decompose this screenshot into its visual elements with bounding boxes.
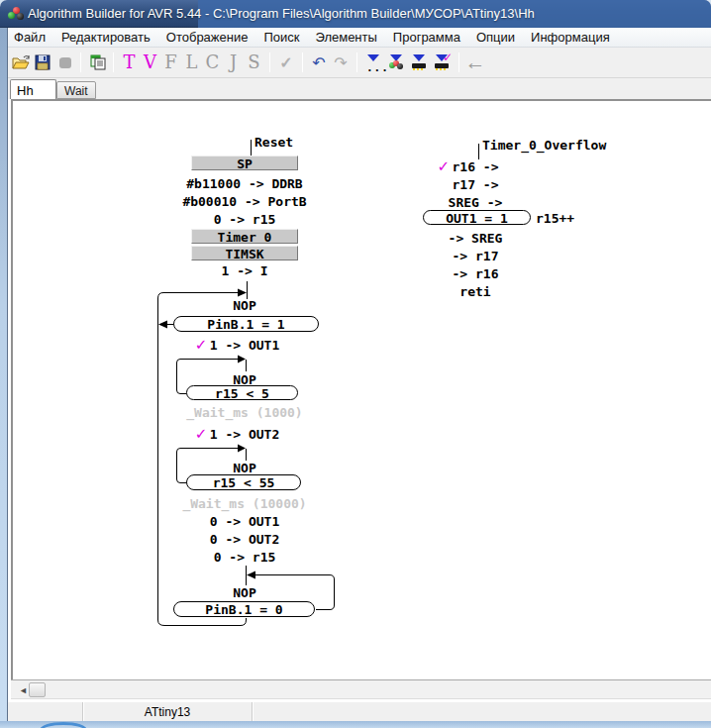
scrollbar-thumb[interactable] bbox=[29, 682, 46, 697]
flow-box-timsk[interactable]: TIMSK bbox=[191, 246, 298, 260]
flow-text-reti[interactable]: reti bbox=[459, 285, 490, 298]
element-text-button[interactable]: T bbox=[119, 51, 140, 74]
blue-triangle-icon bbox=[367, 54, 379, 61]
flow-text-wait-ms-1000[interactable]: _Wait_ms (1000) bbox=[186, 406, 302, 419]
breakpoint-check-icon: ✓ bbox=[195, 336, 208, 354]
flow-text-nop[interactable]: NOP bbox=[233, 462, 255, 474]
flow-text-nop[interactable]: NOP bbox=[233, 586, 255, 599]
flow-text[interactable]: 0 -> r15 bbox=[214, 213, 276, 226]
flow-box-sp[interactable]: SP bbox=[191, 156, 298, 170]
flow-text-out1[interactable]: ✓1 -> OUT1 bbox=[210, 339, 279, 352]
window-border-bottom bbox=[0, 721, 711, 728]
breakpoint-check-icon: ✓ bbox=[195, 425, 208, 443]
disabled-tool-button bbox=[53, 51, 75, 74]
flow-condition-out1-eq-1[interactable]: OUT1 = 1 bbox=[423, 210, 531, 225]
title-bar[interactable]: Algorithm Builder for AVR 5.44 - C:\Prog… bbox=[0, 0, 711, 28]
window-border-left bbox=[0, 28, 8, 721]
toolbar-separator bbox=[356, 52, 357, 72]
toolbar: T V F L C J S ✓ ↶ ↷ ... ✓ bbox=[0, 48, 711, 78]
flow-text-nop[interactable]: NOP bbox=[233, 299, 255, 312]
algorithm-canvas[interactable] bbox=[13, 101, 711, 679]
window-title-path: C:\Program Files\Algorithm Builder\МУСОР… bbox=[213, 6, 535, 21]
flow-text[interactable]: SREG -> bbox=[449, 196, 503, 209]
flow-condition-r15-lt-55[interactable]: r15 < 55 bbox=[186, 474, 301, 490]
element-label-button: L bbox=[181, 51, 202, 74]
menu-info[interactable]: Информация bbox=[523, 28, 618, 47]
flow-text[interactable]: #b11000 -> DDRB bbox=[186, 177, 302, 190]
flow-text[interactable]: 0 -> OUT2 bbox=[210, 533, 279, 546]
status-panel-device: ATtiny13 bbox=[83, 702, 253, 721]
flow-text[interactable]: -> r17 bbox=[453, 250, 499, 262]
redo-button: ↷ bbox=[330, 51, 352, 74]
status-panel-3 bbox=[253, 702, 711, 721]
flow-text-wait-ms-10000[interactable]: _Wait_ms (10000) bbox=[182, 497, 306, 510]
toolbar-separator bbox=[113, 52, 114, 72]
blue-triangle-icon bbox=[413, 54, 425, 61]
tab-hh[interactable]: Hh bbox=[10, 79, 56, 99]
app-icon-green-ball bbox=[8, 12, 15, 19]
flow-text[interactable]: 0 -> OUT1 bbox=[210, 515, 279, 528]
flow-text[interactable]: -> SREG bbox=[449, 232, 503, 245]
toolbar-separator bbox=[269, 52, 270, 72]
flow-text[interactable]: 1 -> I bbox=[222, 264, 268, 277]
tab-strip: Hh Wait bbox=[0, 78, 711, 99]
apply-check-button: ✓ bbox=[275, 51, 297, 74]
menu-elements[interactable]: Элементы bbox=[307, 28, 384, 47]
undo-button[interactable]: ↶ bbox=[308, 51, 330, 74]
tab-wait[interactable]: Wait bbox=[56, 81, 96, 99]
copy-pages-icon bbox=[89, 54, 106, 70]
toolbar-separator bbox=[80, 52, 81, 72]
element-jump-button: J bbox=[223, 51, 244, 74]
menu-program[interactable]: Программа bbox=[385, 28, 468, 47]
save-file-button[interactable] bbox=[32, 51, 53, 74]
compile-button[interactable] bbox=[387, 53, 406, 71]
scroll-left-arrow-icon[interactable]: ◄ bbox=[19, 685, 28, 695]
open-folder-icon bbox=[12, 54, 31, 70]
flow-text[interactable]: r17 -> bbox=[453, 178, 499, 191]
magenta-check-icon: ✓ bbox=[443, 51, 453, 64]
app-icon[interactable] bbox=[8, 7, 24, 21]
flow-condition-r15-lt-5[interactable]: r15 < 5 bbox=[186, 385, 298, 400]
back-arrow-button[interactable]: ← bbox=[464, 51, 486, 74]
verify-chip-button[interactable]: ✓ bbox=[433, 53, 452, 71]
open-file-button[interactable] bbox=[10, 51, 32, 74]
flow-text-out2[interactable]: ✓1 -> OUT2 bbox=[210, 428, 279, 441]
black-ball-icon bbox=[397, 63, 403, 69]
menu-view[interactable]: Отображение bbox=[158, 28, 256, 47]
flow-text-label: r16 -> bbox=[453, 159, 499, 174]
app-window: Algorithm Builder for AVR 5.44 - C:\Prog… bbox=[0, 0, 711, 728]
element-setter-button: S bbox=[244, 51, 264, 74]
menu-edit[interactable]: Редактировать bbox=[53, 28, 158, 47]
horizontal-scrollbar[interactable]: ◄ bbox=[11, 680, 711, 699]
flow-text-label: 1 -> OUT1 bbox=[210, 338, 279, 353]
window-title: Algorithm Builder for AVR 5.44 - C:\Prog… bbox=[28, 6, 535, 21]
flow-condition-pinb1-eq-0[interactable]: PinB.1 = 0 bbox=[173, 601, 315, 617]
copy-template-button[interactable] bbox=[86, 51, 108, 74]
element-field-button: F bbox=[160, 51, 181, 74]
breakpoint-check-icon: ✓ bbox=[438, 157, 451, 175]
chip-icon bbox=[412, 63, 426, 68]
flow-text[interactable]: 0 -> r15 bbox=[214, 551, 276, 564]
entry-label-timer0-overflow[interactable]: Timer_0_Overflow bbox=[482, 138, 606, 153]
flow-condition-pinb1-eq-1[interactable]: PinB.1 = 1 bbox=[173, 316, 319, 332]
flow-text-r16-push[interactable]: ✓r16 -> bbox=[453, 160, 499, 173]
compile-options-button[interactable]: ... bbox=[364, 53, 383, 71]
flow-text[interactable]: #b00010 -> PortB bbox=[182, 195, 306, 208]
flow-side-text-r15-increment[interactable]: r15++ bbox=[536, 211, 574, 226]
status-bar: ATtiny13 bbox=[8, 701, 711, 721]
element-condition-button: C bbox=[202, 51, 223, 74]
element-vertex-button[interactable]: V bbox=[140, 51, 160, 74]
menu-file[interactable]: Файл bbox=[6, 28, 53, 47]
flow-box-timer0[interactable]: Timer 0 bbox=[191, 229, 298, 244]
disabled-blob-icon bbox=[57, 56, 72, 69]
window-title-prefix: Algorithm Builder for AVR 5.44 - bbox=[28, 6, 213, 21]
flow-text-label: 1 -> OUT2 bbox=[210, 427, 279, 442]
entry-label-reset[interactable]: Reset bbox=[254, 135, 293, 150]
toolbar-separator bbox=[302, 52, 303, 72]
menu-options[interactable]: Опции bbox=[468, 28, 523, 47]
app-icon-black-ball bbox=[17, 13, 24, 20]
flow-text[interactable]: -> r16 bbox=[453, 267, 499, 280]
menu-search[interactable]: Поиск bbox=[255, 28, 307, 47]
program-chip-button[interactable] bbox=[410, 53, 429, 71]
floppy-disk-icon bbox=[35, 54, 51, 70]
